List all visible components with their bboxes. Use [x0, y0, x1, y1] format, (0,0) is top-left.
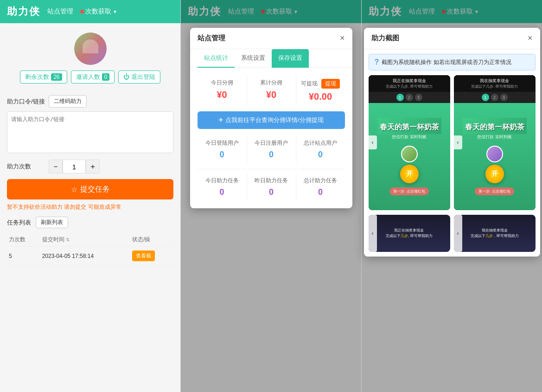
right-panel: 助力侠 站点管理 次数获取 ▼ 剩余次数 25 邀请人数 0 ⏻ 退出登陆 — [362, 0, 542, 392]
cell-time: 2023-04-05 17:58:14 — [40, 247, 131, 265]
scroll-left-b1[interactable]: ‹ — [369, 215, 377, 252]
withdraw-btn[interactable]: 提现 — [321, 79, 340, 89]
screenshot-modal-header: 助力截图 × — [364, 28, 540, 49]
scroll-left-b2[interactable]: ‹ — [454, 215, 462, 252]
tea-card-green-1: 春天的第一杯奶茶 您信打款 实时到账 开 第一步: 点击领红包 — [369, 103, 450, 210]
stat-withdrawable: 可提现 提现 ¥0.00 — [296, 75, 345, 106]
tab-system-settings[interactable]: 系统设置 — [235, 49, 272, 68]
qr-button[interactable]: 二维码助力 — [49, 95, 87, 108]
col-count: 力次数 — [7, 233, 40, 247]
col-time: 提交时间 ⇅ — [40, 233, 131, 247]
left-panel: 助力侠 站点管理 次数获取 ▼ 剩余次数 26 邀请人数 0 — [0, 0, 181, 392]
sort-icon: ⇅ — [66, 237, 70, 242]
assist-row: 助力口令/链接 二维码助力 — [7, 95, 173, 108]
tea-card-title-2: 春天的第一杯奶茶 — [463, 118, 527, 134]
screenshot-cards-grid: ‹ 我正在抽奖拿现金 完成以下几步, 即可帮我助力 1 2 3 — [364, 75, 540, 215]
tab-site-stats[interactable]: 站点统计 — [198, 49, 235, 68]
profile-section-left: 剩余次数 26 邀请人数 0 ⏻ 退出登陆 — [0, 23, 180, 90]
warning-text: 暂不支持砍价活动助力 请勿提交 可能造成异常 — [7, 203, 173, 211]
tea-card-1: 我正在抽奖拿现金 完成以下几步, 即可帮我助力 1 2 3 — [369, 75, 450, 210]
nav-bar-left: 助力侠 站点管理 次数获取 ▼ — [0, 0, 180, 23]
modal-body: 今日分佣 ¥0 累计分佣 ¥0 可提现 提现 ¥0.00 — [190, 68, 352, 208]
view-screenshot-btn[interactable]: 查看截 — [132, 251, 155, 261]
user-total: 总计站点用户 0 — [296, 135, 345, 163]
profile-buttons-left: 剩余次数 26 邀请人数 0 ⏻ 退出登陆 — [20, 71, 160, 84]
tab-save-settings[interactable]: 保存设置 — [272, 49, 309, 68]
step-text-2: 第一步: 点击领红包 — [475, 187, 514, 195]
user-today-register: 今日注册用户 0 — [247, 135, 296, 163]
modal-header: 站点管理 × — [190, 28, 352, 49]
total-commission-label: 累计分佣 — [249, 79, 294, 87]
count-label: 助力次数 — [7, 162, 49, 171]
task-list-label: 任务列表 — [7, 218, 31, 227]
assist-label: 助力口令/链接 — [7, 97, 49, 106]
stepper-row: 助力次数 － 1 ＋ — [7, 160, 173, 174]
stepper-plus[interactable]: ＋ — [86, 160, 100, 174]
screenshot-card-2: ‹ 我在抽奖拿现金 完成以下几步, 即可帮我助力 1 2 3 — [454, 75, 536, 210]
screenshot-modal: 助力截图 × ? 截图为系统随机操作 如若出现黑屏或否刀为正常情况 ‹ — [364, 28, 540, 257]
main-content-left: 助力口令/链接 二维码助力 助力次数 － 1 ＋ ☆ 提交任务 暂不支持砍价活动… — [0, 90, 180, 392]
submit-icon: ☆ — [71, 185, 77, 194]
task-table: 力次数 提交时间 ⇅ 状态/操 5 2023-04-05 17:58:14 查看… — [7, 233, 173, 265]
tea-card-green-2: 春天的第一杯奶茶 您信打款 实时到账 开 第一步: 点击领红包 — [454, 103, 536, 210]
assist-textarea[interactable] — [7, 111, 173, 153]
tasks-grid: 今日助力任务 0 昨日助力任务 0 总计助力任务 0 — [198, 173, 345, 201]
avatar-left — [74, 32, 107, 65]
bottom-text-1: 我正在抽奖拿现金 完成以下几步, 即可帮我助力 — [383, 228, 434, 238]
col-status: 状态/操 — [130, 233, 173, 247]
total-commission-value: ¥0 — [249, 90, 294, 100]
invite-btn-left[interactable]: 邀请人数 0 — [71, 71, 115, 84]
remaining-num-left: 26 — [51, 73, 62, 81]
refresh-btn[interactable]: 刷新列表 — [36, 217, 68, 228]
screenshot-modal-title: 助力截图 — [371, 34, 399, 43]
bottom-content-1: 我正在抽奖拿现金 完成以下几步, 即可帮我助力 — [369, 215, 450, 252]
screenshot-close-btn[interactable]: × — [528, 33, 533, 43]
withdrawable-label: 可提现 提现 — [298, 79, 343, 89]
logout-btn-left[interactable]: ⏻ 退出登陆 — [118, 71, 160, 84]
submit-btn[interactable]: ☆ 提交任务 — [7, 179, 173, 199]
stepper-minus[interactable]: － — [49, 160, 63, 174]
open-btn-2[interactable]: 开 — [485, 165, 504, 183]
remaining-count-btn-left[interactable]: 剩余次数 26 — [20, 71, 67, 84]
scroll-left-1[interactable]: ‹ — [369, 135, 377, 149]
task-today: 今日助力任务 0 — [198, 173, 247, 201]
screenshot-card-1: ‹ 我正在抽奖拿现金 完成以下几步, 即可帮我助力 1 2 3 — [369, 75, 450, 210]
scroll-left-2[interactable]: ‹ — [454, 135, 462, 149]
stats-grid: 今日分佣 ¥0 累计分佣 ¥0 可提现 提现 ¥0.00 — [198, 75, 345, 106]
tea-card-subtitle-1: 您信打款 实时到账 — [392, 134, 427, 143]
screenshot-bottom-2: ‹ 我在抽奖拿现金 完成以下几步，即可帮我助力 — [454, 215, 536, 252]
today-commission-value: ¥0 — [199, 90, 245, 100]
users-grid: 今日登陆用户 0 今日注册用户 0 总计站点用户 0 — [198, 135, 345, 163]
tea-card-title-1: 春天的第一杯奶茶 — [377, 118, 441, 134]
site-management-left[interactable]: 站点管理 — [47, 7, 73, 16]
bottom-text-2: 我在抽奖拿现金 完成以下几步，即可帮我助力 — [468, 228, 521, 238]
stepper-value: 1 — [63, 160, 86, 174]
screenshot-bottom-1: ‹ 我正在抽奖拿现金 完成以下几步, 即可帮我助力 — [369, 215, 450, 252]
task-yesterday: 昨日助力任务 0 — [247, 173, 296, 201]
modal-overlay-middle: 站点管理 × 站点统计 系统设置 保存设置 — [181, 0, 361, 392]
table-row: 5 2023-04-05 17:58:14 查看截 — [7, 247, 173, 265]
cell-status: 查看截 — [130, 247, 173, 265]
modal-close-btn[interactable]: × — [340, 33, 345, 43]
open-btn-1[interactable]: 开 — [400, 165, 419, 183]
goto-platform-btn[interactable]: ✈ 点我前往平台查询分佣详情/分佣提现 — [198, 111, 345, 129]
step-text-1: 第一步: 点击领红包 — [389, 187, 428, 195]
next-count-left[interactable]: 次数获取 ▼ — [80, 7, 117, 16]
screenshot-bottom-row: ‹ 我正在抽奖拿现金 完成以下几步, 即可帮我助力 ‹ 我在抽奖拿现 — [364, 215, 540, 257]
user-today-login: 今日登陆用户 0 — [198, 135, 247, 163]
withdrawable-value: ¥0.00 — [298, 91, 343, 102]
middle-panel: 助力侠 站点管理 次数获取 ▼ 剩余次数 26 邀请人数 0 ⏻ 退出登陆 — [181, 0, 362, 392]
tea-card-2: 我在抽奖拿现金 完成以下几步, 即可帮我助力 1 2 3 春 — [454, 75, 536, 210]
task-total: 总计助力任务 0 — [296, 173, 345, 201]
cell-count: 5 — [7, 247, 40, 265]
today-commission-label: 今日分佣 — [199, 79, 245, 87]
avatar-image-left — [74, 32, 107, 65]
logo-left: 助力侠 — [7, 5, 40, 19]
dropdown-arrow-left: ▼ — [113, 9, 117, 14]
modal-tabs: 站点统计 系统设置 保存设置 — [190, 49, 352, 68]
tea-card-subtitle-2: 您信打款 实时到账 — [477, 134, 512, 143]
screenshot-overlay: 助力截图 × ? 截图为系统随机操作 如若出现黑屏或否刀为正常情况 ‹ — [362, 0, 542, 392]
stat-total-commission: 累计分佣 ¥0 — [247, 75, 296, 106]
task-list-header: 任务列表 刷新列表 — [7, 217, 173, 228]
modal-title: 站点管理 — [198, 34, 225, 43]
